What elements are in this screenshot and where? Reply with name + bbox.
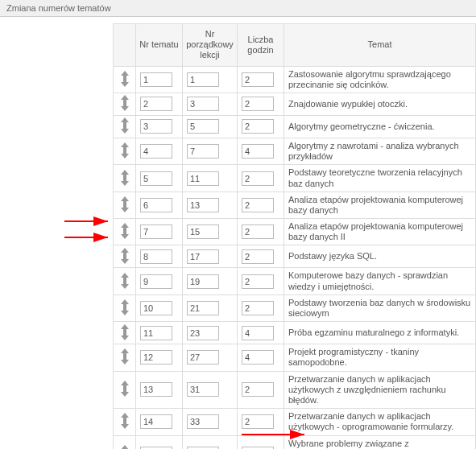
- liczba-godzin-input[interactable]: [242, 119, 274, 134]
- header-temat: Temat: [284, 24, 476, 67]
- nr-tematu-input[interactable]: [140, 171, 172, 186]
- drag-handle-icon[interactable]: [119, 381, 130, 397]
- nr-tematu-input[interactable]: [140, 144, 172, 159]
- drag-handle-icon[interactable]: [119, 248, 130, 264]
- header-nr-tematu: Nr tematu: [136, 24, 183, 67]
- header-handle: [114, 24, 136, 67]
- table-row: Projekt programistyczny - tkaniny samopo…: [114, 344, 476, 371]
- topic-cell: Algorytmy z nawrotami - analiza wybranyc…: [284, 138, 476, 164]
- topic-cell: Komputerowe bazy danych - sprawdzian wie…: [284, 268, 476, 295]
- nr-lekcji-input[interactable]: [187, 144, 219, 159]
- topic-cell: Wybrane problemy związane z zastosowanie…: [284, 435, 476, 449]
- nr-tematu-input[interactable]: [140, 350, 172, 365]
- topic-cell: Próba egzaminu maturalnego z informatyki…: [284, 322, 476, 344]
- header-liczba-godzin: Liczba godzin: [238, 24, 284, 67]
- nr-tematu-input[interactable]: [140, 274, 172, 289]
- nr-tematu-input[interactable]: [140, 97, 172, 111]
- nr-lekcji-input[interactable]: [187, 274, 219, 289]
- table-row: Zastosowanie algorytmu sprawdzającego pr…: [114, 66, 476, 93]
- liczba-godzin-input[interactable]: [242, 171, 274, 186]
- topic-cell: Przetwarzanie danych w aplikacjach użytk…: [284, 371, 476, 409]
- drag-handle-icon[interactable]: [119, 223, 130, 239]
- drag-handle-icon[interactable]: [119, 299, 130, 315]
- drag-handle-icon[interactable]: [119, 445, 130, 449]
- table-row: Podstawy tworzenia baz danych w środowis…: [114, 295, 476, 321]
- nr-tematu-input[interactable]: [140, 382, 172, 397]
- topic-cell: Znajdowanie wypukłej otoczki.: [284, 93, 476, 115]
- topic-cell: Podstawy teoretyczne tworzenia relacyjny…: [284, 165, 476, 192]
- topic-cell: Projekt programistyczny - tkaniny samopo…: [284, 344, 476, 371]
- topic-cell: Zastosowanie algorytmu sprawdzającego pr…: [284, 66, 476, 93]
- nr-lekcji-input[interactable]: [187, 198, 219, 212]
- nr-lekcji-input[interactable]: [187, 326, 219, 340]
- nr-tematu-input[interactable]: [140, 72, 172, 87]
- table-row: Wybrane problemy związane z zastosowanie…: [114, 435, 476, 449]
- drag-handle-icon[interactable]: [119, 142, 130, 159]
- nr-lekcji-input[interactable]: [187, 249, 219, 264]
- nr-lekcji-input[interactable]: [187, 224, 219, 239]
- drag-handle-icon[interactable]: [119, 413, 130, 429]
- table-row: Podstawy teoretyczne tworzenia relacyjny…: [114, 165, 476, 192]
- liczba-godzin-input[interactable]: [242, 97, 274, 111]
- liczba-godzin-input[interactable]: [242, 144, 274, 159]
- topic-cell: Algorytmy geometryczne - ćwiczenia.: [284, 115, 476, 138]
- nr-lekcji-input[interactable]: [187, 414, 219, 429]
- table-row: Algorytmy z nawrotami - analiza wybranyc…: [114, 138, 476, 164]
- drag-handle-icon[interactable]: [119, 273, 130, 289]
- topic-cell: Analiza etapów projektowania komputerowe…: [284, 192, 476, 218]
- drag-handle-icon[interactable]: [119, 170, 130, 186]
- nr-lekcji-input[interactable]: [187, 382, 219, 397]
- topic-cell: Podstawy tworzenia baz danych w środowis…: [284, 295, 476, 321]
- topic-cell: Analiza etapów projektowania komputerowe…: [284, 219, 476, 245]
- liczba-godzin-input[interactable]: [242, 326, 274, 340]
- table-row: Algorytmy geometryczne - ćwiczenia.: [114, 115, 476, 138]
- table-row: Znajdowanie wypukłej otoczki.: [114, 93, 476, 115]
- liczba-godzin-input[interactable]: [242, 224, 274, 239]
- drag-handle-icon[interactable]: [119, 71, 130, 87]
- topics-table: Nr tematu Nr porządkowy lekcji Liczba go…: [113, 23, 476, 449]
- nr-tematu-input[interactable]: [140, 224, 172, 239]
- drag-handle-icon[interactable]: [119, 324, 130, 340]
- table-row: Analiza etapów projektowania komputerowe…: [114, 219, 476, 245]
- liczba-godzin-input[interactable]: [242, 382, 274, 397]
- liczba-godzin-input[interactable]: [242, 72, 274, 87]
- table-row: Komputerowe bazy danych - sprawdzian wie…: [114, 268, 476, 295]
- liczba-godzin-input[interactable]: [242, 198, 274, 212]
- window-title: Zmiana numerów tematów: [0, 0, 476, 17]
- liczba-godzin-input[interactable]: [242, 301, 274, 315]
- liczba-godzin-input[interactable]: [242, 274, 274, 289]
- nr-tematu-input[interactable]: [140, 414, 172, 429]
- nr-lekcji-input[interactable]: [187, 97, 219, 111]
- nr-tematu-input[interactable]: [140, 249, 172, 264]
- liczba-godzin-input[interactable]: [242, 414, 274, 429]
- table-row: Próba egzaminu maturalnego z informatyki…: [114, 322, 476, 344]
- topic-cell: Podstawy języka SQL.: [284, 245, 476, 268]
- liczba-godzin-input[interactable]: [242, 249, 274, 264]
- nr-lekcji-input[interactable]: [187, 119, 219, 134]
- nr-tematu-input[interactable]: [140, 119, 172, 134]
- table-row: Podstawy języka SQL.: [114, 245, 476, 268]
- topic-cell: Przetwarzanie danych w aplikacjach użytk…: [284, 409, 476, 435]
- nr-lekcji-input[interactable]: [187, 171, 219, 186]
- nr-lekcji-input[interactable]: [187, 350, 219, 365]
- nr-lekcji-input[interactable]: [187, 72, 219, 87]
- table-row: Przetwarzanie danych w aplikacjach użytk…: [114, 371, 476, 409]
- drag-handle-icon[interactable]: [119, 196, 130, 212]
- header-nr-lekcji: Nr porządkowy lekcji: [183, 24, 238, 67]
- drag-handle-icon[interactable]: [119, 117, 130, 134]
- nr-tematu-input[interactable]: [140, 301, 172, 315]
- nr-tematu-input[interactable]: [140, 326, 172, 340]
- table-row: Analiza etapów projektowania komputerowe…: [114, 192, 476, 218]
- nr-lekcji-input[interactable]: [187, 301, 219, 315]
- liczba-godzin-input[interactable]: [242, 350, 274, 365]
- drag-handle-icon[interactable]: [119, 95, 130, 111]
- table-row: Przetwarzanie danych w aplikacjach użytk…: [114, 409, 476, 435]
- drag-handle-icon[interactable]: [119, 348, 130, 365]
- nr-tematu-input[interactable]: [140, 198, 172, 212]
